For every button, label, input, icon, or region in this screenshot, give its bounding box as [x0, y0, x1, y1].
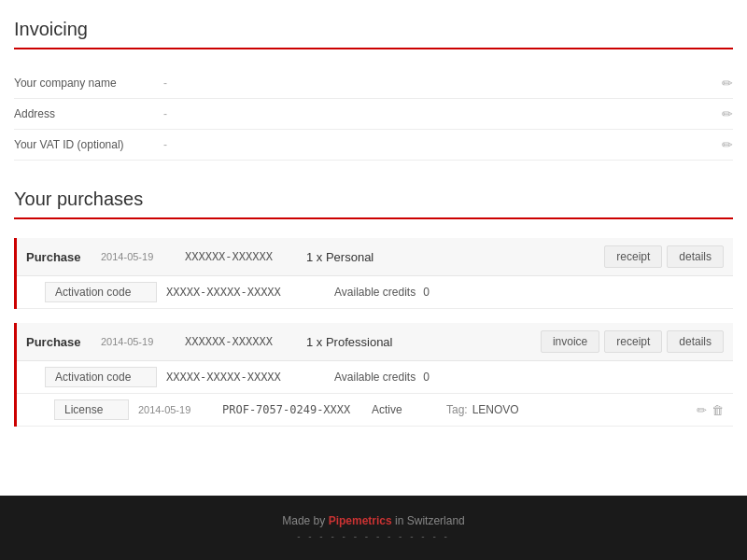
- license-label-1: License: [54, 399, 129, 420]
- purchase-block-0: Purchase 2014-05-19 XXXXXX-XXXXXX 1 x Pe…: [14, 238, 733, 309]
- activation-label-1: Activation code: [45, 367, 157, 387]
- purchase-label-0: Purchase: [26, 250, 101, 264]
- license-tag-value-1: LENOVO: [472, 403, 697, 416]
- license-status-1: Active: [372, 403, 446, 416]
- invoicing-title: Invoicing: [14, 19, 733, 49]
- invoicing-field-2: Your VAT ID (optional) - ✏: [14, 130, 733, 161]
- purchase-product-1: 1 x Professional: [306, 335, 541, 349]
- purchase-product-0: 1 x Personal: [306, 250, 604, 264]
- purchase-row-0: Purchase 2014-05-19 XXXXXX-XXXXXX 1 x Pe…: [17, 238, 733, 276]
- btn-details-1[interactable]: details: [667, 330, 724, 353]
- credits-label-0: Available credits: [334, 286, 416, 299]
- credits-label-1: Available credits: [334, 371, 416, 384]
- field-edit-icon-0[interactable]: ✏: [722, 76, 733, 91]
- invoicing-field-1: Address - ✏: [14, 99, 733, 130]
- invoicing-field-0: Your company name - ✏: [14, 68, 733, 99]
- credits-value-1: 0: [423, 371, 430, 384]
- credits-value-0: 0: [423, 286, 430, 299]
- btn-details-0[interactable]: details: [667, 245, 724, 268]
- activation-label-0: Activation code: [45, 282, 157, 302]
- license-delete-icon-1[interactable]: [712, 402, 724, 417]
- license-code-1: PROF-7057-0249-XXXX: [222, 403, 362, 416]
- purchase-actions-0: receiptdetails: [604, 245, 724, 268]
- btn-receipt-0[interactable]: receipt: [604, 245, 662, 268]
- purchase-row-1: Purchase 2014-05-19 XXXXXX-XXXXXX 1 x Pr…: [17, 323, 733, 361]
- purchase-actions-1: invoicereceiptdetails: [541, 330, 724, 353]
- activation-row-1: Activation code XXXXX-XXXXX-XXXXX Availa…: [17, 361, 733, 394]
- activation-code-0: XXXXX-XXXXX-XXXXX: [166, 286, 334, 299]
- license-row-1: License 2014-05-19 PROF-7057-0249-XXXX A…: [17, 394, 733, 427]
- license-date-1: 2014-05-19: [138, 404, 213, 415]
- field-value-1: -: [163, 107, 722, 120]
- field-edit-icon-1[interactable]: ✏: [722, 106, 733, 121]
- field-value-0: -: [163, 77, 722, 90]
- purchase-code-1: XXXXXX-XXXXXX: [185, 335, 306, 348]
- invoicing-fields: Your company name - ✏ Address - ✏ Your V…: [14, 68, 733, 161]
- license-actions-1: [697, 402, 724, 417]
- activation-code-1: XXXXX-XXXXX-XXXXX: [166, 371, 334, 384]
- purchase-date-1: 2014-05-19: [101, 336, 185, 347]
- purchases-list: Purchase 2014-05-19 XXXXXX-XXXXXX 1 x Pe…: [14, 238, 733, 427]
- purchase-label-1: Purchase: [26, 335, 101, 349]
- purchase-block-1: Purchase 2014-05-19 XXXXXX-XXXXXX 1 x Pr…: [14, 323, 733, 427]
- license-tag-label-1: Tag:: [446, 403, 468, 416]
- field-value-2: -: [163, 138, 722, 151]
- invoicing-section: Invoicing Your company name - ✏ Address …: [14, 19, 733, 161]
- btn-receipt-1[interactable]: receipt: [604, 330, 662, 353]
- purchases-section: Your purchases Purchase 2014-05-19 XXXXX…: [14, 189, 733, 427]
- field-edit-icon-2[interactable]: ✏: [722, 137, 733, 152]
- purchase-date-0: 2014-05-19: [101, 251, 185, 262]
- btn-invoice-1[interactable]: invoice: [541, 330, 599, 353]
- license-edit-icon-1[interactable]: [697, 402, 707, 417]
- purchases-title: Your purchases: [14, 189, 733, 219]
- field-label-1: Address: [14, 107, 163, 120]
- field-label-2: Your VAT ID (optional): [14, 138, 163, 151]
- purchase-code-0: XXXXXX-XXXXXX: [185, 250, 306, 263]
- activation-row-0: Activation code XXXXX-XXXXX-XXXXX Availa…: [17, 276, 733, 309]
- field-label-0: Your company name: [14, 77, 163, 90]
